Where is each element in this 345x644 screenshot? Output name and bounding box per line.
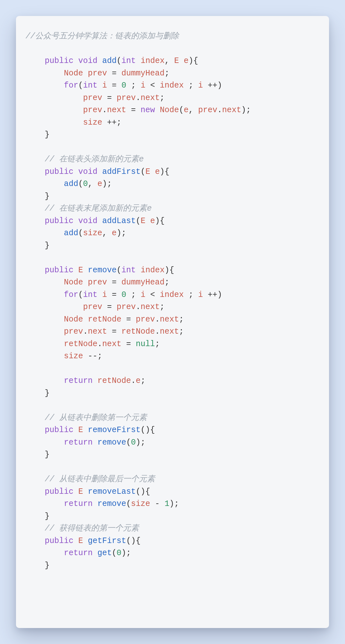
- ty-E: E: [78, 487, 83, 496]
- id-size: size: [83, 118, 102, 127]
- ty-Node: Node: [64, 69, 83, 78]
- id-next: next: [160, 315, 179, 324]
- ty-Node: Node: [64, 278, 83, 287]
- comment-line: //公众号五分钟学算法：链表的添加与删除: [26, 32, 179, 41]
- kw-int: int: [121, 266, 136, 275]
- id-next: next: [141, 302, 160, 312]
- id-prev: prev: [136, 315, 155, 324]
- id-e: e: [184, 56, 188, 66]
- kw-public: public: [45, 167, 73, 176]
- id-e: e: [150, 216, 155, 226]
- id-i: i: [198, 81, 203, 90]
- id-dummyHead: dummyHead: [121, 278, 165, 287]
- num-0: 0: [121, 81, 126, 90]
- fn-remove: remove: [88, 266, 117, 275]
- id-prev: prev: [64, 327, 83, 336]
- kw-int: int: [83, 81, 97, 90]
- kw-void: void: [78, 56, 97, 66]
- id-retNode: retNode: [88, 315, 121, 324]
- fn-removeFirst: removeFirst: [88, 425, 141, 435]
- id-prev: prev: [117, 302, 136, 312]
- id-index: index: [141, 266, 165, 275]
- num-1: 1: [165, 499, 169, 508]
- id-i: i: [102, 81, 107, 90]
- id-retNode: retNode: [121, 327, 155, 336]
- num-0: 0: [131, 438, 136, 447]
- id-prev: prev: [83, 105, 102, 115]
- num-0: 0: [121, 290, 126, 299]
- kw-return: return: [64, 438, 93, 447]
- comment-line: // 在链表末尾添加新的元素e: [45, 204, 152, 213]
- ty-E: E: [145, 167, 150, 176]
- ty-E: E: [174, 56, 179, 66]
- id-next: next: [160, 327, 179, 336]
- ty-E: E: [78, 266, 83, 275]
- id-index: index: [160, 81, 184, 90]
- kw-void: void: [78, 167, 97, 176]
- id-next: next: [107, 105, 126, 115]
- fn-get: get: [97, 548, 112, 558]
- fn-getFirst: getFirst: [88, 536, 126, 546]
- kw-for: for: [64, 81, 78, 90]
- id-next: next: [102, 339, 121, 349]
- id-i: i: [141, 81, 145, 90]
- kw-public: public: [45, 216, 73, 226]
- comment-line: // 从链表中删除第一个元素: [45, 413, 147, 423]
- id-prev: prev: [198, 105, 217, 115]
- id-prev: prev: [83, 302, 102, 312]
- kw-null: null: [136, 339, 155, 349]
- fn-add: add: [102, 56, 117, 66]
- fn-remove: remove: [97, 499, 126, 508]
- kw-return: return: [64, 376, 93, 385]
- id-size: size: [64, 352, 83, 361]
- fn-addFirst: addFirst: [102, 167, 141, 176]
- ty-E: E: [78, 536, 83, 546]
- id-e: e: [136, 376, 141, 385]
- id-i: i: [198, 290, 203, 299]
- ty-E: E: [78, 425, 83, 435]
- kw-new: new: [141, 105, 155, 115]
- comment-line: // 从链表中删除最后一个元素: [45, 475, 155, 484]
- comment-line: // 在链表头添加新的元素e: [45, 155, 144, 164]
- id-retNode: retNode: [64, 339, 97, 349]
- fn-add: add: [64, 179, 78, 189]
- id-prev: prev: [117, 93, 136, 103]
- comment-line: // 获得链表的第一个元素: [45, 524, 139, 533]
- kw-public: public: [45, 266, 73, 275]
- kw-int: int: [121, 56, 136, 66]
- ty-Node: Node: [160, 105, 179, 115]
- fn-addLast: addLast: [102, 216, 136, 226]
- fn-remove: remove: [97, 438, 126, 447]
- code-block: //公众号五分钟学算法：链表的添加与删除 public void add(int…: [26, 30, 319, 572]
- kw-public: public: [45, 487, 73, 496]
- id-e: e: [97, 179, 102, 189]
- num-0: 0: [83, 179, 88, 189]
- kw-public: public: [45, 56, 73, 66]
- id-e: e: [112, 229, 117, 238]
- kw-return: return: [64, 499, 93, 508]
- id-e: e: [184, 105, 188, 115]
- fn-add: add: [64, 229, 78, 238]
- id-next: next: [222, 105, 241, 115]
- id-prev: prev: [83, 93, 102, 103]
- id-next: next: [88, 327, 107, 336]
- num-0: 0: [117, 548, 121, 558]
- kw-public: public: [45, 536, 73, 546]
- code-card: //公众号五分钟学算法：链表的添加与删除 public void add(int…: [16, 16, 329, 628]
- id-i: i: [102, 290, 107, 299]
- kw-return: return: [64, 548, 93, 558]
- id-dummyHead: dummyHead: [121, 69, 165, 78]
- fn-removeLast: removeLast: [88, 487, 136, 496]
- ty-Node: Node: [64, 315, 83, 324]
- id-retNode: retNode: [97, 376, 131, 385]
- id-next: next: [141, 93, 160, 103]
- kw-void: void: [78, 216, 97, 226]
- id-e: e: [155, 167, 160, 176]
- kw-int: int: [83, 290, 97, 299]
- id-size: size: [131, 499, 150, 508]
- kw-public: public: [45, 425, 73, 435]
- id-index: index: [141, 56, 165, 66]
- ty-E: E: [141, 216, 145, 226]
- id-prev: prev: [88, 278, 107, 287]
- id-size: size: [83, 229, 102, 238]
